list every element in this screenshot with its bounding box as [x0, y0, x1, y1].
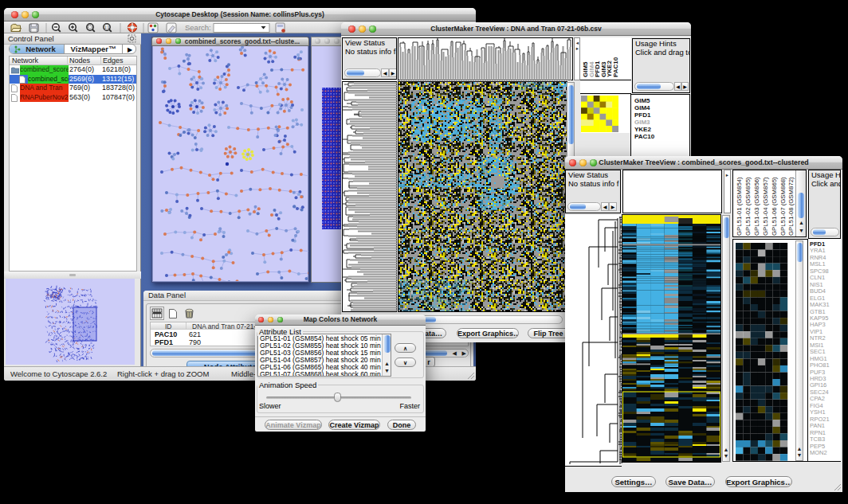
svg-text:PAC10: PAC10: [612, 57, 619, 77]
svg-text:GPL51-06 (GSM865): GPL51-06 (GSM865): [771, 177, 778, 236]
svg-text:GPL51-01 (GSM854): GPL51-01 (GSM854): [736, 177, 743, 236]
svg-text:GPL51-08 (GSM872): GPL51-08 (GSM872): [787, 177, 795, 236]
svg-text:GPL51-03 (GSM856): GPL51-03 (GSM856): [753, 177, 760, 236]
svg-text:GPL51-02 (GSM855): GPL51-02 (GSM855): [744, 177, 752, 236]
svg-text:GPL51-07 (GSM868): GPL51-07 (GSM868): [779, 177, 787, 236]
svg-text:GPL51-04 (GSM857): GPL51-04 (GSM857): [762, 177, 769, 236]
svg-text:Search:: Search:: [185, 23, 211, 32]
svg-text:1:1: 1:1: [104, 25, 110, 29]
